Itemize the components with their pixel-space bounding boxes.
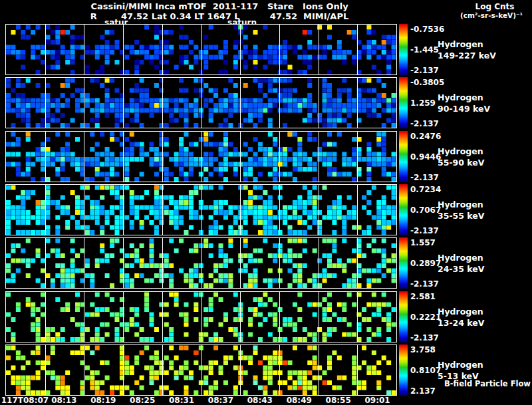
colorbar-units-label: Log Cnts [459,2,531,11]
colorbar-label-max: 1.557 [410,238,436,247]
orbit-parameters: R 47.52 Lat 0.34 LT 1647 L 47.52 MIMI/AP… [0,11,439,21]
colorbar-label-min: -2.137 [410,173,439,182]
time-tick-label: 08:13 [51,396,76,405]
colorbar-label-max: 3.758 [410,345,436,354]
time-tick-label: 08:31 [169,396,194,405]
cassini-mimi-display: Cassini/MIMI Inca mTOF 2011-117 Stare Io… [0,0,532,405]
colorbar-label-min: -2.137 [410,279,439,289]
heatmap-canvas [6,25,396,74]
channel-label: Hydrogen 13-24 keV [438,306,484,329]
time-tick-label: 08:43 [247,396,273,405]
colorbar-label-min: 2.137 [410,386,436,396]
colorbar-label-mid: 0.7067 [410,205,441,215]
colorbar [399,237,408,289]
colorbar-label-min: -2.137 [410,66,439,75]
colorbar [399,291,408,342]
colorbar-label-mid: -1.445 [410,45,439,55]
colorbar [399,131,408,182]
colorbar-label-mid: 0.9446 [410,152,441,162]
heatmap-canvas [6,238,396,288]
heatmap-canvas [6,185,396,235]
time-tick-label: 09:01 [364,396,390,405]
colorbar-label-min: -2.137 [410,119,439,128]
time-tick-label: 08:19 [90,396,116,405]
colorbar-label-mid: 0.2221 [410,313,441,322]
colorbar-label-max: 0.2476 [410,132,441,141]
channel-label: Hydrogen 90-149 keV [438,92,490,114]
colorbar-label-mid: 0.8107 [410,366,441,375]
spectrogram-panel [5,237,397,289]
heatmap-canvas [6,292,396,342]
colorbar-label-max: 2.581 [410,292,436,301]
time-tick-label: 117T08:07 [1,396,49,405]
spectrogram-panel [5,291,397,342]
page-title: Cassini/MIMI Inca mTOF 2011-117 Stare Io… [0,1,439,11]
channel-label: Hydrogen 55-90 keV [438,146,484,168]
colorbar-label-max: -0.3805 [410,78,444,87]
time-tick-label: 08:49 [287,396,312,405]
colorbar [399,184,408,235]
colorbar-label-mid: 1.259 [410,98,436,108]
colorbar [399,24,408,75]
colorbar-label-mid: 0.2897 [410,259,441,268]
heatmap-canvas [6,132,396,182]
colorbar-units-formula: (cm²-sr-s-keV)⁻¹ [452,11,531,19]
colorbar [399,77,408,128]
heatmap-canvas [6,345,396,395]
colorbar-label-max: -0.7536 [410,25,444,34]
colorbar [399,344,408,396]
spectrogram-panel [5,24,397,75]
channel-label: Hydrogen 24-35 keV [438,252,484,275]
spectrogram-panel [5,131,397,182]
colorbar-label-max: 0.7234 [410,185,441,194]
spectrogram-panel [5,184,397,235]
colorbar-label-min: -2.137 [410,333,439,342]
colorbar-label-min: -2.137 [410,226,439,235]
time-tick-label: 08:55 [326,396,351,405]
time-tick-label: 08:25 [130,396,155,405]
time-tick-label: 08:37 [208,396,233,405]
channel-label: Hydrogen 5-13 keV [438,359,483,382]
channel-label: Hydrogen 35-55 keV [438,199,484,221]
spectrogram-panel [5,344,397,396]
channel-label: Hydrogen 149-227 keV [438,39,496,61]
spectrogram-panel [5,77,397,128]
heatmap-canvas [6,78,396,128]
